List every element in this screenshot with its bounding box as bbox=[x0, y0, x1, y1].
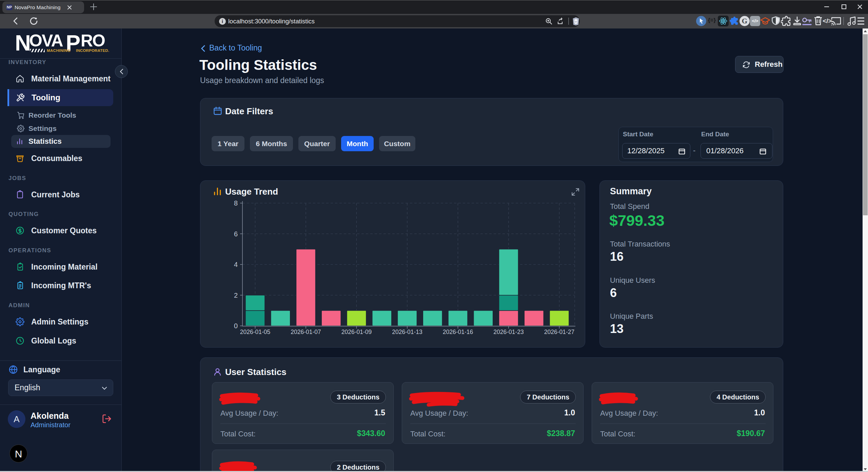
svg-text:4: 4 bbox=[234, 261, 238, 268]
svg-text:2026-01-07: 2026-01-07 bbox=[291, 329, 321, 335]
svg-text:2026-01-27: 2026-01-27 bbox=[544, 329, 575, 335]
svg-text:2026-01-05: 2026-01-05 bbox=[240, 329, 271, 335]
svg-text:0: 0 bbox=[234, 322, 238, 330]
svg-text:2026-01-23: 2026-01-23 bbox=[493, 329, 524, 335]
svg-text:2: 2 bbox=[234, 292, 238, 299]
svg-text:2026-01-13: 2026-01-13 bbox=[392, 329, 422, 335]
svg-text:6: 6 bbox=[234, 230, 238, 238]
svg-text:8: 8 bbox=[234, 199, 238, 207]
svg-text:2026-01-16: 2026-01-16 bbox=[443, 329, 473, 335]
svg-text:2026-01-09: 2026-01-09 bbox=[341, 329, 372, 335]
